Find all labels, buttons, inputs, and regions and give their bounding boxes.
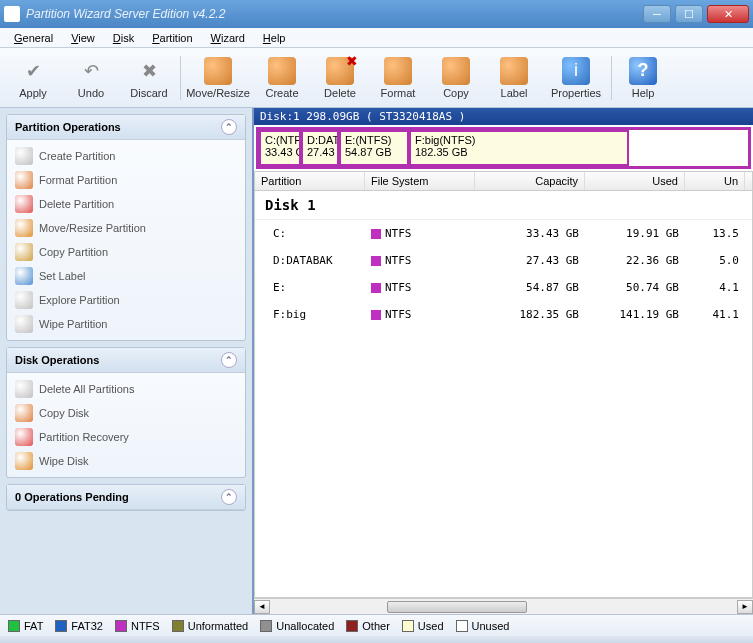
format-button[interactable]: Format (369, 50, 427, 106)
menu-partition[interactable]: Partition (144, 30, 200, 46)
disk-icon (15, 267, 33, 285)
legend-swatch (172, 620, 184, 632)
legend-item-other: Other (346, 620, 390, 632)
legend-label: Unformatted (188, 620, 249, 632)
close-button[interactable]: ✕ (707, 5, 749, 23)
sidebar-item-copy-disk[interactable]: Copy Disk (9, 401, 243, 425)
properties-button[interactable]: iProperties (543, 50, 609, 106)
separator (180, 56, 181, 100)
sidebar-item-move-resize-partition[interactable]: Move/Resize Partition (9, 216, 243, 240)
panel-header[interactable]: Disk Operations ⌃ (7, 348, 245, 373)
cell-fs: NTFS (365, 224, 475, 243)
app-icon (4, 6, 20, 22)
help-button[interactable]: ?Help (614, 50, 672, 106)
disk-map-partition[interactable]: C:(NTFS33.43 G (259, 130, 301, 166)
menu-general[interactable]: General (6, 30, 61, 46)
sidebar-item-delete-partition[interactable]: Delete Partition (9, 192, 243, 216)
legend-label: Used (418, 620, 444, 632)
partition-operations-panel: Partition Operations ⌃ Create PartitionF… (6, 114, 246, 341)
sidebar-item-create-partition[interactable]: Create Partition (9, 144, 243, 168)
format-icon (384, 57, 412, 85)
legend: FATFAT32NTFSUnformattedUnallocatedOtherU… (0, 614, 753, 636)
disk-map-partition[interactable]: E:(NTFS)54.87 GB (339, 130, 409, 166)
sidebar-item-copy-partition[interactable]: Copy Partition (9, 240, 243, 264)
sidebar-item-delete-all-partitions[interactable]: Delete All Partitions (9, 377, 243, 401)
menu-view[interactable]: View (63, 30, 103, 46)
disk-icon (15, 243, 33, 261)
sidebar-item-explore-partition[interactable]: Explore Partition (9, 288, 243, 312)
legend-label: NTFS (131, 620, 160, 632)
move-resize-button[interactable]: Move/Resize (183, 50, 253, 106)
undo-button[interactable]: ↶Undo (62, 50, 120, 106)
disk-title[interactable]: Disk 1 (255, 191, 752, 220)
disk-icon (15, 404, 33, 422)
cell-unused: 13.5 (685, 224, 745, 243)
scroll-thumb[interactable] (387, 601, 527, 613)
panel-title: Disk Operations (15, 354, 99, 366)
horizontal-scrollbar[interactable]: ◄ ► (254, 598, 753, 614)
create-button[interactable]: Create (253, 50, 311, 106)
legend-swatch (260, 620, 272, 632)
disk-icon (15, 219, 33, 237)
col-filesystem[interactable]: File System (365, 172, 475, 190)
menu-help[interactable]: Help (255, 30, 294, 46)
disk-map-partition[interactable]: F:big(NTFS)182.35 GB (409, 130, 629, 166)
panel-header[interactable]: 0 Operations Pending ⌃ (7, 485, 245, 510)
cell-fs: NTFS (365, 251, 475, 270)
col-used[interactable]: Used (585, 172, 685, 190)
cell-unused: 5.0 (685, 251, 745, 270)
sidebar-item-label: Delete Partition (39, 198, 114, 210)
minimize-button[interactable]: ─ (643, 5, 671, 23)
collapse-icon[interactable]: ⌃ (221, 352, 237, 368)
copy-icon (442, 57, 470, 85)
partition-table[interactable]: Partition File System Capacity Used Un D… (254, 171, 753, 598)
plus-icon (268, 57, 296, 85)
apply-button[interactable]: ✔Apply (4, 50, 62, 106)
table-row[interactable]: F:bigNTFS182.35 GB141.19 GB41.1 (255, 301, 752, 328)
menu-disk[interactable]: Disk (105, 30, 142, 46)
sidebar-item-label: Create Partition (39, 150, 115, 162)
legend-item-ntfs: NTFS (115, 620, 160, 632)
legend-label: Unused (472, 620, 510, 632)
discard-button[interactable]: ✖Discard (120, 50, 178, 106)
disk-map-unallocated[interactable] (629, 130, 748, 166)
col-partition[interactable]: Partition (255, 172, 365, 190)
sidebar-item-wipe-partition[interactable]: Wipe Partition (9, 312, 243, 336)
legend-item-unused: Unused (456, 620, 510, 632)
disk-map[interactable]: C:(NTFS33.43 GD:DAT27.43E:(NTFS)54.87 GB… (256, 127, 751, 169)
panel-header[interactable]: Partition Operations ⌃ (7, 115, 245, 140)
ntfs-swatch (371, 229, 381, 239)
sidebar-item-label: Set Label (39, 270, 85, 282)
sidebar-item-partition-recovery[interactable]: Partition Recovery (9, 425, 243, 449)
collapse-icon[interactable]: ⌃ (221, 489, 237, 505)
copy-button[interactable]: Copy (427, 50, 485, 106)
sidebar-item-set-label[interactable]: Set Label (9, 264, 243, 288)
resize-icon (204, 57, 232, 85)
menu-wizard[interactable]: Wizard (203, 30, 253, 46)
col-unused[interactable]: Un (685, 172, 745, 190)
scroll-right-button[interactable]: ► (737, 600, 753, 614)
cell-fs: NTFS (365, 278, 475, 297)
col-capacity[interactable]: Capacity (475, 172, 585, 190)
table-row[interactable]: D:DATABAKNTFS27.43 GB22.36 GB5.0 (255, 247, 752, 274)
ntfs-swatch (371, 256, 381, 266)
disk-operations-panel: Disk Operations ⌃ Delete All PartitionsC… (6, 347, 246, 478)
scroll-left-button[interactable]: ◄ (254, 600, 270, 614)
sidebar-item-wipe-disk[interactable]: Wipe Disk (9, 449, 243, 473)
delete-button[interactable]: ✖Delete (311, 50, 369, 106)
sidebar-item-format-partition[interactable]: Format Partition (9, 168, 243, 192)
disk-map-partition[interactable]: D:DAT27.43 (301, 130, 339, 166)
window-title: Partition Wizard Server Edition v4.2.2 (26, 7, 643, 21)
table-row[interactable]: E:NTFS54.87 GB50.74 GB4.1 (255, 274, 752, 301)
table-row[interactable]: C:NTFS33.43 GB19.91 GB13.5 (255, 220, 752, 247)
collapse-icon[interactable]: ⌃ (221, 119, 237, 135)
cell-capacity: 33.43 GB (475, 224, 585, 243)
disk-icon (15, 315, 33, 333)
cell-capacity: 27.43 GB (475, 251, 585, 270)
label-button[interactable]: Label (485, 50, 543, 106)
panel-title: Partition Operations (15, 121, 121, 133)
maximize-button[interactable]: ☐ (675, 5, 703, 23)
x-icon: ✖ (135, 57, 163, 85)
scroll-track[interactable] (270, 600, 737, 614)
disk-icon (15, 452, 33, 470)
